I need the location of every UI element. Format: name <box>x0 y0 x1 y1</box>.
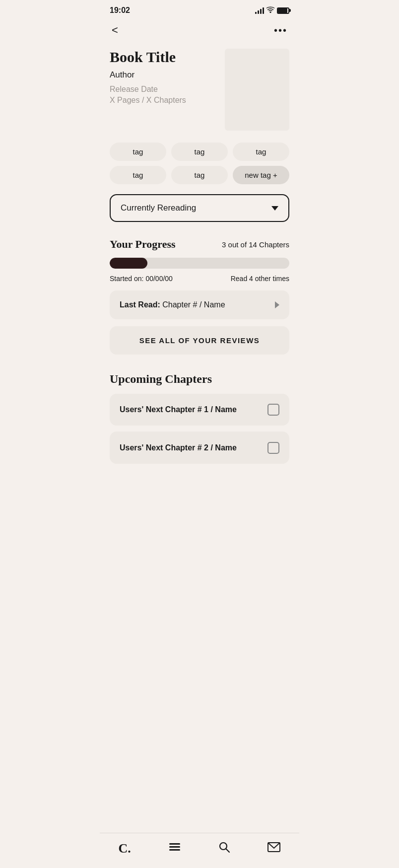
book-cover-image <box>225 49 289 131</box>
new-tag-button[interactable]: new tag + <box>233 166 289 184</box>
reading-status-label: Currently Rereading <box>121 203 196 213</box>
read-other-times: Read 4 other times <box>231 275 289 283</box>
last-read-chapter: Chapter # / Name <box>162 300 225 309</box>
book-title: Book Title <box>110 49 217 66</box>
tag-3[interactable]: tag <box>233 143 289 161</box>
nav-bar: < ••• <box>100 18 299 45</box>
last-read-card[interactable]: Last Read: Chapter # / Name <box>110 290 289 319</box>
signal-icon <box>255 7 264 14</box>
progress-header: Your Progress 3 out of 14 Chapters <box>110 238 289 251</box>
tags-section: tag tag tag tag tag new tag + <box>100 139 299 190</box>
chapter-2-label: Users' Next Chapter # 2 / Name <box>120 443 237 452</box>
battery-icon <box>277 7 289 14</box>
book-release-date: Release Date <box>110 85 217 94</box>
status-icons <box>255 6 289 14</box>
book-info: Book Title Author Release Date X Pages /… <box>110 49 217 131</box>
back-button[interactable]: < <box>110 22 120 39</box>
reading-status-dropdown[interactable]: Currently Rereading <box>110 194 289 222</box>
tag-2[interactable]: tag <box>171 143 228 161</box>
chapter-card-1[interactable]: Users' Next Chapter # 1 / Name <box>110 394 289 426</box>
chapter-2-checkbox[interactable] <box>267 442 279 454</box>
chapter-card-2[interactable]: Users' Next Chapter # 2 / Name <box>110 432 289 464</box>
book-author: Author <box>110 70 217 80</box>
progress-count: 3 out of 14 Chapters <box>222 240 289 249</box>
upcoming-title: Upcoming Chapters <box>110 372 289 386</box>
see-reviews-button[interactable]: SEE ALL OF YOUR REVIEWS <box>110 326 289 355</box>
chevron-right-icon <box>275 301 279 308</box>
more-button[interactable]: ••• <box>272 23 289 38</box>
last-read-label: Last Read: <box>120 300 160 309</box>
status-bar: 19:02 <box>100 0 299 18</box>
book-pages-chapters: X Pages / X Chapters <box>110 96 217 105</box>
progress-bar-fill <box>110 258 147 269</box>
started-on: Started on: 00/00/00 <box>110 275 173 283</box>
book-header: Book Title Author Release Date X Pages /… <box>100 45 299 139</box>
chapter-1-checkbox[interactable] <box>267 404 279 416</box>
wifi-icon <box>266 6 274 14</box>
last-read-text: Last Read: Chapter # / Name <box>120 300 225 309</box>
progress-meta: Started on: 00/00/00 Read 4 other times <box>110 275 289 283</box>
progress-bar-container <box>110 258 289 269</box>
upcoming-section: Upcoming Chapters Users' Next Chapter # … <box>100 368 299 464</box>
status-time: 19:02 <box>110 6 130 15</box>
chevron-down-icon <box>271 206 278 211</box>
tag-4[interactable]: tag <box>110 166 166 184</box>
tag-1[interactable]: tag <box>110 143 166 161</box>
progress-section: Your Progress 3 out of 14 Chapters Start… <box>100 230 299 368</box>
chapter-1-label: Users' Next Chapter # 1 / Name <box>120 405 237 414</box>
progress-title: Your Progress <box>110 238 176 251</box>
tag-5[interactable]: tag <box>171 166 228 184</box>
